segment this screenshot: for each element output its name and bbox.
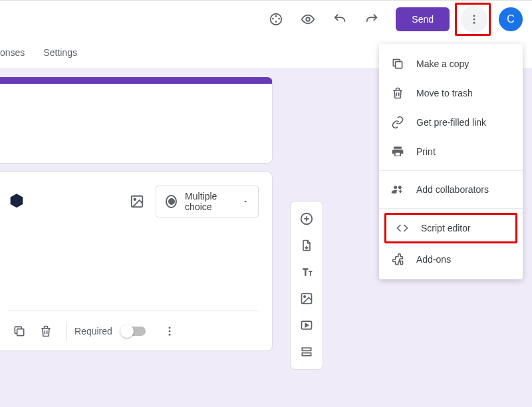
menu-prefilled-link[interactable]: Get pre-filled link <box>379 108 523 137</box>
svg-point-17 <box>304 296 306 298</box>
add-section-icon[interactable] <box>295 340 319 364</box>
add-image-icon[interactable] <box>128 192 146 211</box>
svg-rect-21 <box>396 62 402 68</box>
divider <box>66 321 66 341</box>
theme-icon[interactable] <box>263 6 289 33</box>
menu-prefilled-label: Get pre-filled link <box>416 117 486 128</box>
svg-point-5 <box>307 17 311 21</box>
svg-point-7 <box>473 18 475 20</box>
add-video-icon[interactable] <box>295 313 319 337</box>
more-options-button[interactable] <box>461 6 487 33</box>
svg-point-2 <box>272 17 274 19</box>
menu-script-editor-label: Script editor <box>421 223 471 233</box>
tab-responses[interactable]: onses <box>0 47 25 58</box>
preview-icon[interactable] <box>295 6 321 33</box>
question-footer: Required <box>7 311 259 345</box>
svg-rect-11 <box>17 329 24 335</box>
import-questions-icon[interactable] <box>295 233 319 257</box>
menu-make-copy-label: Make a copy <box>416 59 469 69</box>
menu-print-label: Print <box>416 146 436 157</box>
menu-script-editor[interactable]: Script editor <box>386 215 515 241</box>
svg-rect-19 <box>302 348 311 350</box>
side-toolbar <box>290 201 323 370</box>
account-avatar[interactable]: C <box>499 7 523 31</box>
undo-icon[interactable] <box>327 6 353 33</box>
required-label: Required <box>74 326 112 337</box>
form-header-card[interactable] <box>0 77 273 164</box>
topbar: Send C <box>0 0 532 37</box>
more-button-highlight <box>455 3 491 36</box>
svg-point-4 <box>279 17 281 19</box>
menu-divider <box>379 170 523 171</box>
duplicate-icon[interactable] <box>7 319 31 343</box>
more-options-menu: Make a copy Move to trash Get pre-filled… <box>379 44 523 279</box>
menu-add-collaborators[interactable]: Add collaborators <box>379 175 523 204</box>
chevron-down-icon <box>242 198 249 205</box>
menu-script-editor-highlight: Script editor <box>384 213 517 243</box>
delete-icon[interactable] <box>34 319 58 343</box>
menu-print[interactable]: Print <box>379 137 523 166</box>
add-question-icon[interactable] <box>295 207 319 231</box>
menu-make-copy[interactable]: Make a copy <box>379 49 523 78</box>
menu-add-collab-label: Add collaborators <box>416 184 489 195</box>
svg-point-3 <box>275 21 277 23</box>
question-top-row: Multiple choice <box>7 186 259 217</box>
svg-point-10 <box>134 198 136 200</box>
menu-move-trash-label: Move to trash <box>416 88 473 98</box>
add-title-icon[interactable] <box>295 260 319 284</box>
redo-icon[interactable] <box>358 6 385 33</box>
required-toggle[interactable] <box>122 327 146 336</box>
svg-point-14 <box>168 333 170 335</box>
question-addon-icon[interactable] <box>7 192 26 211</box>
question-type-select[interactable]: Multiple choice <box>156 186 259 217</box>
radio-icon <box>166 195 177 208</box>
question-more-icon[interactable] <box>156 318 183 344</box>
svg-point-1 <box>275 15 277 17</box>
svg-point-6 <box>473 15 475 17</box>
svg-rect-20 <box>302 353 311 356</box>
svg-point-12 <box>168 327 170 329</box>
menu-move-trash[interactable]: Move to trash <box>379 78 523 108</box>
add-image-toolbar-icon[interactable] <box>295 287 319 311</box>
send-button[interactable]: Send <box>396 7 450 31</box>
svg-point-13 <box>168 330 170 332</box>
menu-addons-label: Add-ons <box>416 254 451 265</box>
svg-point-8 <box>473 21 475 23</box>
question-type-label: Multiple choice <box>185 191 235 212</box>
question-card[interactable]: Multiple choice Required <box>0 172 273 351</box>
tab-settings[interactable]: Settings <box>43 47 77 58</box>
menu-divider-2 <box>379 208 523 209</box>
menu-addons[interactable]: Add-ons <box>379 245 523 274</box>
